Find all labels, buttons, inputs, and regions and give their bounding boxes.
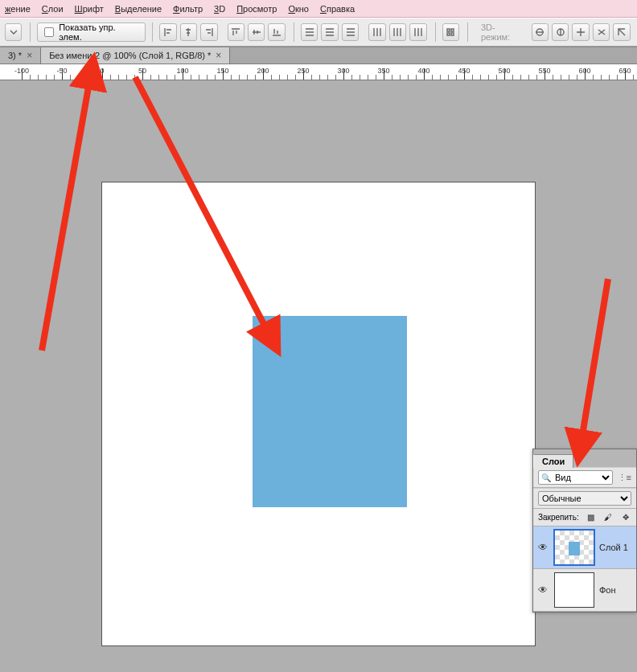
ruler-tick-minor [30,75,31,80]
layers-panel: Слои 🔍 Вид ⋮≡ Обычные Закрепить: ▩ 🖌 ✥ 👁 [532,449,637,613]
visibility-eye-icon[interactable]: 👁 [536,542,549,553]
menu-item-image[interactable]: жение [5,4,31,14]
menu-item-font[interactable]: Шрифт [75,4,104,14]
layers-filter-kind[interactable]: 🔍 Вид [538,470,613,485]
visibility-eye-icon[interactable]: 👁 [536,584,549,596]
ruler-tick-minor [295,75,296,80]
blue-shape-layer[interactable] [253,316,407,507]
tab-label: Без имени-2 @ 100% (Слой 1, RGB/8) * [49,51,211,60]
ruler-tick-minor [416,75,417,80]
ruler-tick-minor [569,75,569,80]
ruler-tick-minor [528,75,529,80]
ruler-tick-minor [496,75,497,80]
ruler-tick-minor [78,75,79,80]
align-horizontal-centers-icon[interactable] [180,23,197,41]
ruler-tick-label: 150 [216,67,228,75]
layer-thumbnail-content [569,542,580,555]
ruler-tick-minor [335,75,336,80]
ruler-tick-minor [239,75,240,80]
layer-name-label[interactable]: Фон [599,585,616,595]
ruler-tick-minor [392,75,392,80]
ruler-tick-minor [118,75,119,80]
layer-item-background[interactable]: 👁 Фон [533,569,636,612]
show-controls-checkbox[interactable]: Показать упр. элем. [37,23,146,42]
menu-item-view[interactable]: Просмотр [236,4,277,14]
menu-item-layers[interactable]: Слои [42,4,64,14]
distribute-top-icon[interactable] [301,23,318,41]
ruler-tick-minor [577,75,577,80]
distribute-hcenter-icon[interactable] [389,23,406,41]
menu-item-select[interactable]: Выделение [115,4,162,14]
ruler-tick-minor [199,75,199,80]
menu-item-filter[interactable]: Фильтр [173,4,203,14]
3d-slide-icon[interactable] [593,23,610,41]
panel-tab-row: Слои [533,449,636,467]
menu-item-window[interactable]: Окно [288,4,309,14]
lock-pixels-icon[interactable]: 🖌 [602,513,614,522]
horizontal-ruler[interactable]: -100-50050100150200250300350400450500550… [0,64,637,80]
ruler-tick-minor [440,75,441,80]
tab-close-icon[interactable]: × [216,50,221,61]
align-top-edges-icon[interactable] [228,23,245,41]
ruler-tick-minor [215,75,216,80]
menu-item-3d[interactable]: 3D [214,4,225,14]
lock-position-icon[interactable]: ✥ [620,513,631,522]
ruler-tick-minor [456,75,457,80]
layers-panel-tab[interactable]: Слои [533,454,573,468]
ruler-tick-minor [255,75,256,80]
align-right-edges-icon[interactable] [200,23,217,41]
ruler-tick-minor [175,75,175,80]
panel-menu-icon[interactable]: ⋮≡ [618,473,631,483]
align-left-edges-icon[interactable] [159,23,176,41]
show-controls-label: Показать упр. элем. [59,23,138,42]
distribute-left-icon[interactable] [368,23,385,41]
layers-filter-row: 🔍 Вид ⋮≡ [533,467,636,488]
align-vertical-centers-icon[interactable] [248,23,265,41]
layer-thumbnail[interactable] [554,572,594,608]
ruler-tick-label: 550 [538,67,550,75]
ruler-tick-minor [46,75,47,80]
ruler-tick-label: 300 [337,67,349,75]
ruler-tick-minor [279,75,280,80]
3d-scale-icon[interactable] [613,23,630,41]
3d-orbit-icon[interactable] [532,23,549,41]
ruler-tick-minor [609,75,610,80]
document-tab-active[interactable]: Без имени-2 @ 100% (Слой 1, RGB/8) * × [41,47,230,64]
canvas-area: Слои 🔍 Вид ⋮≡ Обычные Закрепить: ▩ 🖌 ✥ 👁 [0,80,637,672]
ruler-tick-minor [247,75,248,80]
3d-pan-icon[interactable] [572,23,589,41]
ruler-tick-minor [561,75,561,80]
blend-mode-select[interactable]: Обычные [538,491,631,506]
artboard[interactable] [102,182,535,645]
options-bar: Показать упр. элем. 3D-режим: [0,18,637,47]
lock-label: Закрепить: [538,513,579,522]
separator [152,23,153,42]
ruler-tick-minor [617,75,618,80]
auto-align-icon[interactable] [442,23,459,41]
distribute-bottom-icon[interactable] [342,23,359,41]
ruler-tick-label: 600 [578,67,590,75]
ruler-tick-minor [488,75,489,80]
menu-item-help[interactable]: Справка [320,4,355,14]
layer-name-label[interactable]: Слой 1 [599,543,628,552]
distribute-vcenter-icon[interactable] [321,23,338,41]
ruler-tick-minor [327,75,328,80]
document-tab-strip: 3) * × Без имени-2 @ 100% (Слой 1, RGB/8… [0,47,637,64]
document-tab-partial[interactable]: 3) * × [0,47,41,64]
ruler-tick-minor [271,75,272,80]
layer-item-layer1[interactable]: 👁 Слой 1 [533,527,636,569]
3d-roll-icon[interactable] [552,23,569,41]
separator [30,23,31,42]
align-bottom-edges-icon[interactable] [268,23,285,41]
lock-transparency-icon[interactable]: ▩ [586,513,597,522]
ruler-tick-minor [360,75,360,80]
ruler-tick-minor [207,75,208,80]
tab-close-icon[interactable]: × [27,50,32,61]
ruler-tick-minor [368,75,368,80]
ruler-tick-label: 650 [619,67,631,75]
toolpreset-dropdown[interactable] [5,23,22,41]
menu-bar: жение Слои Шрифт Выделение Фильтр 3D Про… [0,0,637,18]
layer-thumbnail[interactable] [554,530,594,565]
ruler-tick-minor [110,75,111,80]
distribute-right-icon[interactable] [409,23,426,41]
